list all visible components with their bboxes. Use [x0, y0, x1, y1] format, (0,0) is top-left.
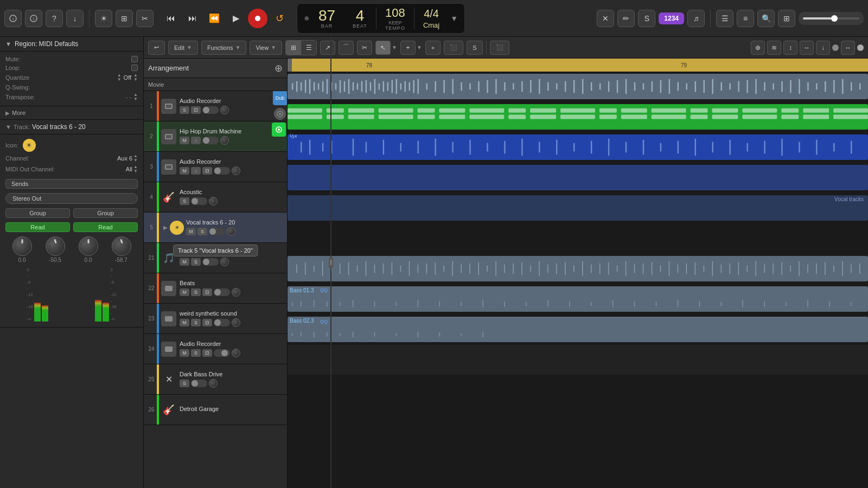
more-section[interactable]: ▶ More [0, 106, 143, 120]
s-btn[interactable]: S [467, 41, 482, 55]
mixer-btn[interactable]: ⊞ [116, 10, 133, 27]
scissors-btn[interactable]: ✂ [136, 10, 154, 27]
track-toggle[interactable] [202, 106, 219, 114]
functions-menu-btn[interactable]: Functions ▼ [201, 41, 247, 55]
lcd-dropdown-arrow[interactable]: ▼ [450, 14, 458, 23]
track-item[interactable]: 22 Beats M S ⊡ [144, 273, 287, 304]
track-s-btn[interactable]: S [180, 197, 189, 205]
audio-region-23[interactable]: Bass 01.3 QQ [288, 286, 868, 312]
search-btn[interactable]: 🔍 [757, 10, 775, 27]
zoom-down-btn[interactable]: ↓ [816, 41, 830, 55]
volume-slider[interactable] [799, 12, 864, 25]
track-s-btn[interactable]: S [180, 380, 189, 387]
loop-tool-btn[interactable]: ⌒ [339, 41, 354, 55]
track-volume-knob[interactable] [209, 379, 218, 388]
track-volume-knob[interactable] [227, 227, 235, 236]
track-loop-btn[interactable]: ⊡ [202, 288, 212, 296]
zoom-horizontal-btn[interactable]: ↔ [800, 41, 814, 55]
record-btn[interactable] [248, 9, 267, 28]
tracks-container[interactable]: ½× [288, 72, 868, 488]
volume-knob-1[interactable] [46, 236, 65, 256]
stereo-out-btn[interactable]: Stereo Out [5, 193, 138, 204]
skip-back-btn[interactable]: ⏪ [205, 9, 224, 28]
loop-checkbox[interactable] [131, 65, 138, 71]
quantize-stepper[interactable]: ▲▼ Off ▲▼ [117, 73, 138, 82]
edit-menu-btn[interactable]: Edit ▼ [168, 41, 198, 55]
track-s-btn[interactable]: S [191, 288, 201, 296]
midi-out-stepper[interactable]: ▲▼ [133, 165, 138, 174]
mute-checkbox[interactable] [131, 56, 138, 62]
add-tool-btn[interactable]: + [400, 41, 416, 55]
list-btn[interactable]: ☰ [716, 10, 733, 27]
arrangement-add-btn[interactable]: ⊕ [275, 62, 283, 74]
add-dropdown-arrow[interactable]: ▼ [417, 44, 422, 50]
track-toggle[interactable] [202, 258, 219, 266]
volume-knob-2[interactable] [112, 236, 131, 256]
track-volume-knob[interactable] [209, 197, 218, 206]
track-item[interactable]: 3 Audio Recorder M ♪ ⊡ [144, 152, 287, 182]
track-shuffle-btn[interactable]: ♪ [191, 137, 201, 144]
track-m-btn[interactable]: M [180, 167, 189, 175]
midi-btn[interactable]: 1234 [659, 12, 684, 24]
track-toggle[interactable] [191, 380, 207, 387]
track-volume-knob[interactable] [232, 166, 240, 175]
timeline-ruler[interactable]: 78 79 80 [288, 59, 868, 72]
back-history-btn[interactable]: ↩ [148, 41, 165, 55]
score-btn[interactable]: ♬ [687, 10, 705, 27]
track-item[interactable]: 25 ✕ Dark Bass Drive S [144, 364, 287, 395]
track-loop-btn[interactable]: ⊡ [202, 167, 212, 175]
play-btn[interactable]: ▶ [226, 9, 246, 28]
add-track-btn[interactable]: + [425, 41, 441, 55]
zoom-waveform-btn[interactable]: ≋ [767, 41, 781, 55]
pencil-btn[interactable]: ✏ [617, 10, 635, 27]
track-volume-knob[interactable] [220, 136, 229, 145]
track-loop-btn[interactable]: ⊡ [202, 349, 212, 357]
audio-region-5[interactable]: Vocal tracks [288, 195, 868, 221]
grid-view-btn[interactable]: ⊞ [286, 41, 301, 55]
track-expand-btn[interactable]: ▶ [161, 223, 170, 232]
rewind-btn[interactable]: ⏮ [161, 9, 181, 28]
zoom-vertical-btn[interactable]: ↕ [783, 41, 797, 55]
loop-region-btn[interactable]: ⬛ [444, 41, 463, 55]
select-dropdown-arrow[interactable]: ▼ [392, 44, 397, 50]
track-toggle[interactable] [214, 349, 230, 357]
panel-splitter[interactable] [328, 37, 334, 488]
track-mute-toggle[interactable]: ⊡ [191, 106, 201, 114]
cycle-btn[interactable]: ↺ [270, 9, 289, 28]
track-m-btn[interactable]: M [180, 288, 189, 296]
track-volume-knob[interactable] [220, 106, 229, 114]
brightness-btn[interactable]: ☀ [95, 10, 112, 27]
playhead-cursor[interactable] [288, 59, 292, 72]
sends-btn[interactable]: Sends [5, 179, 138, 189]
track-toggle[interactable] [202, 137, 219, 144]
track-item[interactable]: 2 Hip Hop Drum Machine M ♪ [144, 121, 287, 152]
track-m-btn[interactable]: M [180, 319, 189, 326]
bounce-btn[interactable]: ⬛ [490, 41, 509, 55]
track-toggle[interactable] [214, 319, 230, 326]
track-m-btn[interactable]: M [180, 137, 189, 144]
track-s-btn[interactable]: S [191, 319, 201, 326]
track-toggle[interactable] [214, 167, 230, 175]
track-item[interactable]: 26 🎸 Detroit Garage [144, 395, 287, 425]
group-btn-right[interactable]: Group [73, 208, 138, 218]
track-m-btn[interactable]: M [180, 258, 189, 266]
list-view-btn[interactable]: ☰ [301, 41, 316, 55]
zoom-expand-btn[interactable]: ↔ [841, 41, 855, 55]
plugin-btn[interactable]: ⊞ [778, 10, 795, 27]
pan-knob-2[interactable] [79, 236, 98, 256]
track-volume-knob[interactable] [232, 318, 240, 327]
read-btn-left[interactable]: Read [5, 222, 70, 232]
group-btn-left[interactable]: Group [5, 208, 70, 218]
track-volume-knob[interactable] [220, 258, 229, 266]
audio-region-24[interactable]: Bass 02.3 QQ [288, 317, 868, 342]
audio-region-22[interactable] [288, 256, 868, 281]
track-s-btn[interactable]: S [191, 349, 201, 357]
midi-region-2[interactable] [288, 104, 868, 130]
zoom-fit-btn[interactable]: ⊕ [751, 41, 765, 55]
audio-region-3[interactable] [288, 134, 868, 160]
track-item[interactable]: 24 Audio Recorder M S ⊡ [144, 334, 287, 364]
track-toggle[interactable] [191, 197, 207, 205]
track-s-btn[interactable]: S [180, 106, 189, 114]
region-collapse-arrow[interactable]: ▼ [5, 41, 11, 47]
select-tool-btn[interactable]: ↖ [375, 41, 391, 55]
